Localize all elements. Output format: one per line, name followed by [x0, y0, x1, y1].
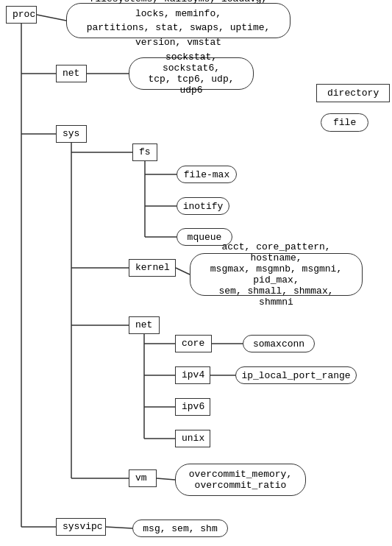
node-net-files: sockstat, sockstat6, tcp, tcp6, udp, udp… — [129, 57, 254, 90]
svg-line-25 — [157, 478, 175, 480]
node-inotify: inotify — [177, 197, 229, 215]
node-somaxconn: somaxconn — [243, 335, 315, 352]
svg-line-17 — [176, 268, 190, 274]
node-proc: proc — [6, 6, 37, 24]
node-fs-label: fs — [139, 146, 151, 157]
node-sysvipc-label: sysvipc — [63, 521, 103, 532]
node-ipv6: ipv6 — [175, 398, 210, 416]
node-net2: net — [129, 316, 160, 334]
node-unix: unix — [175, 430, 210, 447]
node-ipv4-label: ipv4 — [182, 369, 204, 380]
node-vm-label: vm — [135, 472, 147, 483]
legend-directory: directory — [316, 84, 390, 102]
svg-line-0 — [37, 15, 66, 21]
node-net-label: net — [63, 68, 79, 79]
node-ip-local: ip_local_port_range — [235, 366, 357, 384]
legend-file: file — [321, 113, 368, 132]
node-somaxconn-label: somaxconn — [253, 338, 304, 350]
node-net2-label: net — [135, 319, 152, 330]
node-kernel-files: acct, core_pattern, hostname, msgmax, ms… — [190, 253, 363, 296]
node-file-max-label: file-max — [184, 169, 229, 180]
node-sys: sys — [56, 125, 87, 143]
node-kernel-files-label: acct, core_pattern, hostname, msgmax, ms… — [199, 241, 353, 308]
node-unix-label: unix — [182, 433, 204, 444]
node-proc-label: proc — [13, 9, 35, 20]
node-kernel-label: kernel — [135, 262, 170, 273]
node-core: core — [175, 335, 212, 352]
node-kernel: kernel — [129, 259, 176, 277]
svg-line-26 — [106, 527, 132, 528]
node-ipv4: ipv4 — [175, 366, 210, 384]
node-sysvipc: sysvipc — [56, 518, 106, 536]
node-file-max: file-max — [177, 166, 237, 183]
node-vm-files: overcommit_memory, overcommit_ratio — [175, 464, 306, 496]
diagram: directory file proc filesystems, kallsym… — [0, 0, 392, 546]
legend-directory-label: directory — [327, 88, 379, 99]
node-sys-label: sys — [63, 128, 79, 139]
node-sysvipc-files-label: msg, sem, shm — [143, 523, 217, 534]
legend-file-label: file — [333, 117, 356, 128]
node-proc-files-label: filesystems, kallsyms, loadavg, locks, m… — [76, 0, 281, 49]
node-fs: fs — [132, 143, 157, 161]
node-vm-files-label: overcommit_memory, overcommit_ratio — [189, 469, 292, 491]
node-proc-files: filesystems, kallsyms, loadavg, locks, m… — [66, 3, 291, 38]
node-vm: vm — [129, 469, 157, 487]
node-inotify-label: inotify — [183, 201, 224, 212]
node-sysvipc-files: msg, sem, shm — [132, 520, 228, 537]
node-net: net — [56, 65, 87, 82]
node-ipv6-label: ipv6 — [182, 401, 204, 412]
node-ip-local-label: ip_local_port_range — [241, 370, 350, 381]
node-net-files-label: sockstat, sockstat6, tcp, tcp6, udp, udp… — [138, 52, 244, 96]
node-core-label: core — [182, 338, 204, 349]
